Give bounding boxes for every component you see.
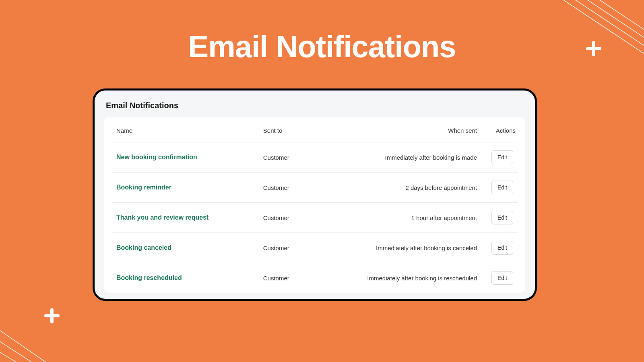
notification-when-sent: Immediately after booking is made bbox=[310, 142, 482, 173]
notification-name-link[interactable]: Booking canceled bbox=[116, 244, 171, 251]
table-row: Booking rescheduled Customer Immediately… bbox=[111, 263, 518, 293]
notification-when-sent: Immediately after booking is canceled bbox=[310, 233, 482, 263]
column-header-when-sent: When sent bbox=[310, 117, 482, 142]
svg-rect-10 bbox=[50, 308, 54, 323]
svg-line-7 bbox=[0, 350, 44, 362]
notification-when-sent: 1 hour after appointment bbox=[310, 203, 482, 233]
table-row: Booking reminder Customer 2 days before … bbox=[111, 173, 518, 203]
notification-name-link[interactable]: Booking rescheduled bbox=[116, 274, 182, 281]
table-header-row: Name Sent to When sent Actions bbox=[111, 117, 518, 142]
column-header-actions: Actions bbox=[482, 117, 518, 142]
svg-rect-11 bbox=[44, 314, 60, 317]
notification-sent-to: Customer bbox=[258, 263, 310, 293]
notification-sent-to: Customer bbox=[258, 142, 310, 173]
hero-title: Email Notifications bbox=[0, 0, 644, 64]
svg-line-4 bbox=[0, 314, 80, 362]
notifications-table: Name Sent to When sent Actions New booki… bbox=[111, 117, 518, 293]
notification-when-sent: Immediately after booking is rescheduled bbox=[310, 263, 482, 293]
table-row: Thank you and review request Customer 1 … bbox=[111, 203, 518, 233]
table-row: Booking canceled Customer Immediately af… bbox=[111, 233, 518, 263]
column-header-name: Name bbox=[111, 117, 258, 142]
notification-name-link[interactable]: New booking confirmation bbox=[116, 154, 197, 160]
svg-line-6 bbox=[0, 338, 56, 362]
email-notifications-panel: Email Notifications Name Sent to When se… bbox=[93, 88, 537, 301]
edit-button[interactable]: Edit bbox=[491, 150, 513, 164]
edit-button[interactable]: Edit bbox=[491, 241, 513, 255]
notification-sent-to: Customer bbox=[258, 203, 310, 233]
panel-title: Email Notifications bbox=[106, 101, 525, 110]
notification-sent-to: Customer bbox=[258, 173, 310, 203]
notification-sent-to: Customer bbox=[258, 233, 310, 263]
table-row: New booking confirmation Customer Immedi… bbox=[111, 142, 518, 173]
notification-when-sent: 2 days before appointment bbox=[310, 173, 482, 203]
plus-icon bbox=[43, 306, 61, 325]
column-header-sent-to: Sent to bbox=[258, 117, 310, 142]
notifications-card: Name Sent to When sent Actions New booki… bbox=[104, 117, 525, 293]
notification-name-link[interactable]: Thank you and review request bbox=[116, 214, 208, 221]
edit-button[interactable]: Edit bbox=[491, 181, 513, 194]
edit-button[interactable]: Edit bbox=[491, 211, 513, 224]
notification-name-link[interactable]: Booking reminder bbox=[116, 184, 171, 191]
svg-line-5 bbox=[0, 326, 68, 362]
edit-button[interactable]: Edit bbox=[491, 271, 513, 285]
